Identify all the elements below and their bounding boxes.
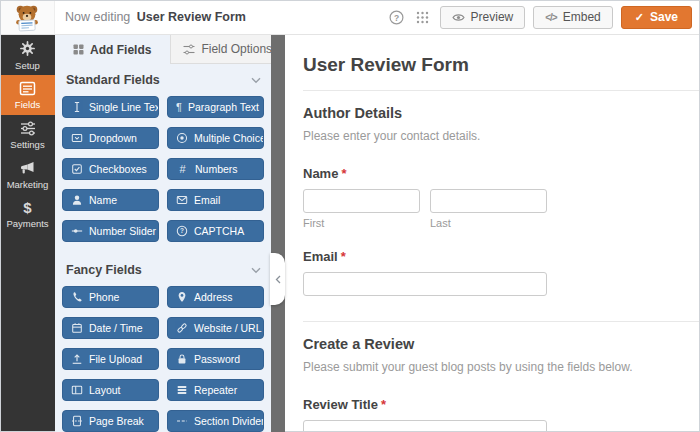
field-button-layout[interactable]: Layout [62, 379, 159, 401]
field-button-label: Checkboxes [89, 163, 147, 175]
preview-button[interactable]: Preview [440, 6, 526, 29]
wpforms-logo [0, 0, 55, 34]
sidebar-item-setup[interactable]: Setup [0, 35, 55, 75]
field-button-name[interactable]: Name [62, 189, 159, 211]
help-icon[interactable]: ? [388, 8, 406, 26]
field-button-page-break[interactable]: Page Break [62, 410, 159, 432]
layout-icon [71, 384, 83, 396]
chevron-down-icon [251, 267, 261, 274]
field-button-label: Section Divider [194, 415, 264, 427]
svg-text:?: ? [180, 227, 184, 234]
field-button-dropdown[interactable]: Dropdown [62, 127, 159, 149]
now-editing-text: Now editing User Review Form [65, 10, 246, 24]
field-button-website-url[interactable]: Website / URL [167, 317, 264, 339]
tab-add-fields[interactable]: Add Fields [55, 35, 170, 64]
text-cursor-icon [71, 101, 83, 113]
field-button-checkboxes[interactable]: Checkboxes [62, 158, 159, 180]
email-field-label: Email* [303, 249, 700, 264]
email-input-wrap [303, 272, 547, 296]
field-button-label: Page Break [89, 415, 144, 427]
field-button-paragraph-text[interactable]: ¶ Paragraph Text [167, 96, 264, 118]
field-button-captcha[interactable]: ? CAPTCHA [167, 220, 264, 242]
review-title-input-wrap [303, 420, 547, 432]
required-asterisk: * [381, 397, 386, 412]
add-fields-grid-icon [73, 44, 84, 55]
field-button-label: Layout [89, 384, 121, 396]
chevron-left-icon [275, 275, 281, 284]
create-review-section[interactable]: Create a Review Please submit your guest… [303, 336, 700, 432]
field-button-address[interactable]: Address [167, 286, 264, 308]
save-button[interactable]: ✓ Save [621, 6, 692, 29]
sidebar-item-marketing[interactable]: Marketing [0, 155, 55, 195]
author-details-section[interactable]: Author Details Please enter your contact… [303, 105, 700, 296]
field-button-file-upload[interactable]: File Upload [62, 348, 159, 370]
sidebar-item-label: Payments [6, 218, 48, 229]
last-name-input[interactable] [430, 189, 547, 213]
field-button-label: Date / Time [89, 322, 143, 334]
envelope-icon [176, 194, 188, 206]
standard-fields-header[interactable]: Standard Fields [62, 70, 264, 90]
sidebar-item-settings[interactable]: Settings [0, 115, 55, 155]
save-button-label: Save [650, 10, 678, 24]
field-button-label: CAPTCHA [194, 225, 244, 237]
divider [303, 90, 700, 91]
field-button-label: Repeater [194, 384, 237, 396]
field-options-sliders-icon [183, 44, 195, 55]
panel-collapse-handle[interactable] [270, 253, 285, 305]
panel-content: Standard Fields Single Line Text ¶ Parag… [55, 64, 285, 432]
phone-icon [71, 291, 83, 303]
sidebar-item-label: Fields [15, 99, 40, 110]
field-button-repeater[interactable]: Repeater [167, 379, 264, 401]
field-button-phone[interactable]: Phone [62, 286, 159, 308]
required-asterisk: * [341, 249, 346, 264]
tab-field-options[interactable]: Field Options [170, 35, 286, 64]
sidebar-item-fields[interactable]: Fields [0, 75, 55, 115]
first-name-input[interactable] [303, 189, 420, 213]
tab-label: Add Fields [90, 43, 151, 57]
field-button-multiple-choice[interactable]: Multiple Choice [167, 127, 264, 149]
question-circle-icon: ? [176, 225, 188, 237]
review-title-field[interactable]: Review Title* [303, 397, 700, 432]
hash-icon: # [176, 163, 189, 175]
field-label-text: Email [303, 249, 338, 264]
field-button-single-line-text[interactable]: Single Line Text [62, 96, 159, 118]
sidebar-item-label: Marketing [7, 179, 49, 190]
last-name-col: Last [430, 189, 547, 229]
sidebar-item-payments[interactable]: $ Payments [0, 195, 55, 235]
drag-grid-icon[interactable] [414, 8, 432, 26]
email-field[interactable]: Email* [303, 249, 700, 296]
panel-scrollbar[interactable] [271, 35, 285, 432]
field-label-text: Review Title [303, 397, 378, 412]
embed-button[interactable]: </> Embed [533, 6, 613, 29]
lock-icon [176, 353, 188, 365]
dollar-icon: $ [23, 201, 31, 215]
check-icon: ✓ [635, 11, 644, 24]
field-button-number-slider[interactable]: Number Slider [62, 220, 159, 242]
required-asterisk: * [341, 166, 346, 181]
field-button-label: Name [89, 194, 117, 206]
fields-panel: Add Fields Field Options Standard Fields [55, 35, 285, 432]
upload-icon [71, 353, 83, 365]
link-icon [176, 322, 188, 334]
section-description: Please enter your contact details. [303, 129, 700, 143]
section-description: Please submit your guest blog posts by u… [303, 360, 700, 374]
field-button-password[interactable]: Password [167, 348, 264, 370]
calendar-icon [71, 322, 83, 334]
field-button-label: Dropdown [89, 132, 137, 144]
eye-icon [452, 12, 465, 23]
first-sublabel: First [303, 217, 420, 229]
gear-icon [19, 40, 36, 57]
field-button-section-divider[interactable]: Section Divider [167, 410, 264, 432]
section-heading: Create a Review [303, 336, 700, 352]
fancy-fields-header[interactable]: Fancy Fields [62, 260, 264, 280]
email-input[interactable] [303, 272, 547, 296]
form-preview-canvas: User Review Form Author Details Please e… [285, 35, 700, 432]
field-button-date-time[interactable]: Date / Time [62, 317, 159, 339]
fancy-fields-grid: Phone Address Date / Time Website / URL [62, 286, 264, 432]
field-button-label: Numbers [195, 163, 238, 175]
field-button-numbers[interactable]: # Numbers [167, 158, 264, 180]
field-button-email[interactable]: Email [167, 189, 264, 211]
name-field[interactable]: Name* First Last [303, 166, 700, 229]
tab-label: Field Options [201, 42, 272, 56]
review-title-input[interactable] [303, 420, 547, 432]
